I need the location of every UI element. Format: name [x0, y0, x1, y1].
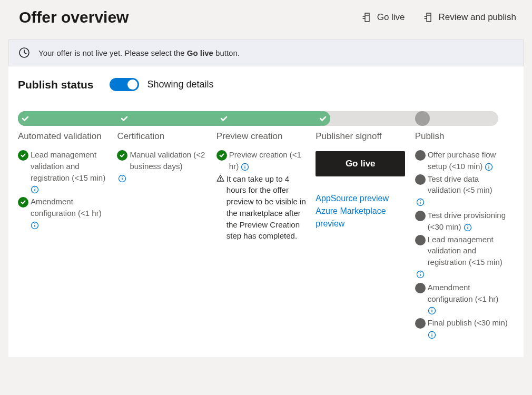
- header-actions: Go live Review and publish: [362, 12, 516, 23]
- svg-point-29: [431, 309, 432, 309]
- info-icon[interactable]: [416, 270, 425, 279]
- step-item: Amendment configuration (<1 hr): [415, 282, 508, 316]
- check-icon: [18, 150, 28, 161]
- details-toggle[interactable]: [110, 78, 139, 91]
- go-live-label: Go live: [377, 12, 405, 23]
- stage-publish: Publish Offer purchase flow setup (<10 m…: [415, 111, 514, 341]
- stage-preview-creation: Preview creation Preview creation (<1 hr…: [216, 111, 316, 341]
- stage-marker: [18, 111, 33, 126]
- step-text: Final publish (<30 min): [428, 317, 508, 340]
- publish-icon: [424, 13, 434, 22]
- warning-icon: [216, 174, 224, 242]
- svg-point-3: [34, 187, 35, 188]
- stage-certification: Certification Manual validation (<2 busi…: [117, 111, 216, 341]
- stage-marker: [117, 111, 132, 126]
- step-item: Preview creation (<1 hr): [216, 149, 309, 172]
- svg-point-26: [420, 272, 420, 273]
- review-publish-label: Review and publish: [439, 12, 516, 23]
- pending-dot-icon: [415, 150, 426, 161]
- info-icon[interactable]: [428, 307, 436, 315]
- page-title: Offer overview: [19, 8, 129, 26]
- step-text: Amendment configuration (<1 hr): [31, 196, 111, 230]
- step-item: Final publish (<30 min): [415, 317, 508, 340]
- stage-body: Lead management validation and registrat…: [18, 149, 111, 230]
- clock-icon: [18, 47, 30, 58]
- warning-block: It can take up to 4 hours for the offer …: [216, 173, 309, 242]
- svg-point-23: [467, 225, 468, 226]
- step-text: Manual validation (<2 business days): [130, 149, 210, 172]
- stage-body: Manual validation (<2 business days): [117, 149, 210, 183]
- notice-bar: Your offer is not live yet. Please selec…: [8, 39, 524, 66]
- warning-text: It can take up to 4 hours for the offer …: [226, 173, 309, 242]
- info-icon[interactable]: [416, 198, 425, 206]
- page-header: Offer overview Go live Review and publis: [0, 0, 532, 39]
- step-text: Lead management validation and registrat…: [428, 234, 508, 268]
- toggle-wrap: Showing details: [110, 78, 214, 91]
- stage-title: Certification: [117, 131, 210, 142]
- step-text: Amendment configuration (<1 hr): [428, 282, 508, 316]
- toggle-knob: [127, 80, 137, 90]
- go-live-action[interactable]: Go live: [362, 12, 405, 23]
- review-publish-action[interactable]: Review and publish: [424, 12, 516, 23]
- pending-dot-icon: [415, 283, 426, 293]
- pending-dot-icon: [415, 211, 426, 221]
- publish-status-panel: Publish status Showing details Automated…: [8, 66, 524, 357]
- step-item: Test drive provisioning (<30 min): [415, 210, 508, 233]
- azure-marketplace-preview-link[interactable]: Azure Marketplace preview: [316, 205, 408, 230]
- timeline: Automated validation Lead management val…: [18, 111, 514, 341]
- info-icon[interactable]: [485, 163, 493, 171]
- svg-point-20: [420, 200, 420, 201]
- svg-point-9: [122, 176, 123, 177]
- stage-marker: [415, 111, 430, 126]
- notice-text: Your offer is not live yet. Please selec…: [38, 48, 240, 57]
- stage-body: Offer purchase flow setup (<10 min) Test…: [415, 149, 508, 340]
- step-text: Lead management validation and registrat…: [31, 149, 111, 195]
- step-item: Amendment configuration (<1 hr): [18, 196, 111, 230]
- preview-links: AppSource preview Azure Marketplace prev…: [316, 192, 408, 230]
- info-row: [118, 173, 210, 183]
- step-text: Test drive provisioning (<30 min): [428, 210, 508, 233]
- step-text: Offer purchase flow setup (<10 min): [428, 149, 508, 172]
- svg-point-32: [431, 333, 432, 333]
- status-heading: Publish status: [18, 78, 94, 91]
- step-item: Lead management validation and registrat…: [415, 234, 508, 268]
- go-live-button[interactable]: Go live: [316, 151, 405, 176]
- stage-publisher-signoff: Publisher signoff Go live AppSource prev…: [316, 111, 415, 341]
- stages: Automated validation Lead management val…: [18, 111, 514, 341]
- toggle-label: Showing details: [147, 79, 214, 90]
- pending-dot-icon: [415, 318, 426, 329]
- step-item: Lead management validation and registrat…: [18, 149, 111, 195]
- check-icon: [216, 150, 227, 161]
- step-item: Manual validation (<2 business days): [117, 149, 210, 172]
- step-item: Test drive data validation (<5 min): [415, 173, 508, 196]
- step-item: Offer purchase flow setup (<10 min): [415, 149, 508, 172]
- info-icon[interactable]: [464, 223, 472, 232]
- stage-automated-validation: Automated validation Lead management val…: [18, 111, 117, 341]
- info-icon[interactable]: [31, 185, 39, 194]
- stage-body: Preview creation (<1 hr) It can take up …: [216, 149, 309, 242]
- info-icon[interactable]: [118, 174, 126, 183]
- stage-title: Preview creation: [216, 131, 309, 142]
- stage-marker: [316, 111, 330, 126]
- stage-title: Automated validation: [18, 131, 111, 142]
- info-icon[interactable]: [241, 163, 249, 171]
- info-row: [416, 269, 508, 279]
- check-icon: [117, 150, 127, 161]
- svg-point-17: [489, 165, 489, 165]
- status-heading-row: Publish status Showing details: [18, 78, 514, 91]
- appsource-preview-link[interactable]: AppSource preview: [316, 192, 408, 205]
- step-text: Preview creation (<1 hr): [229, 149, 309, 172]
- info-icon[interactable]: [428, 331, 436, 339]
- stage-title: Publish: [415, 131, 508, 142]
- pending-dot-icon: [415, 174, 426, 185]
- info-row: [416, 197, 508, 206]
- svg-point-12: [245, 165, 245, 165]
- step-text: Test drive data validation (<5 min): [428, 173, 508, 196]
- stage-title: Publisher signoff: [316, 131, 408, 142]
- stage-marker: [216, 111, 231, 126]
- check-icon: [18, 197, 28, 208]
- publish-icon: [362, 13, 372, 22]
- pending-dot-icon: [415, 235, 426, 245]
- info-icon[interactable]: [31, 221, 39, 230]
- stage-body: Go live AppSource preview Azure Marketpl…: [316, 149, 408, 230]
